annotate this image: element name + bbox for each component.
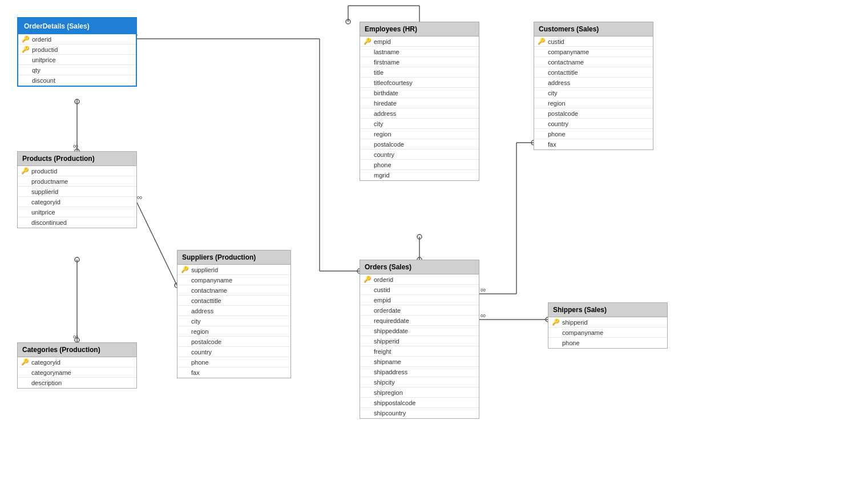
table-row: 🔑orderid [18, 34, 136, 45]
table-row: shipcountry [360, 408, 479, 418]
table-row: 🔑orderid [360, 274, 479, 285]
svg-text:∞: ∞ [481, 311, 486, 320]
field-name: custid [374, 286, 390, 293]
table-row: shippostalcode [360, 398, 479, 408]
table-row: categoryname [18, 367, 136, 378]
field-name: categoryid [31, 199, 60, 205]
table-row: 🔑productid [18, 166, 136, 176]
table-shippers: Shippers (Sales)🔑shipperidcompanynamepho… [548, 302, 668, 349]
table-row: country [360, 149, 479, 160]
field-name: supplierid [31, 188, 58, 195]
table-body-orderDetails: 🔑orderid🔑productidunitpriceqtydiscount [18, 34, 136, 86]
table-header-employees: Employees (HR) [360, 22, 479, 37]
field-name: supplierid [191, 266, 218, 273]
table-row: shipperid [360, 336, 479, 346]
field-name: orderdate [374, 307, 401, 314]
field-name: country [548, 120, 568, 127]
key-icon: 🔑 [181, 266, 189, 273]
table-row: 🔑supplierid [177, 265, 290, 275]
table-header-products: Products (Production) [18, 152, 136, 166]
field-name: productname [31, 178, 68, 185]
table-body-products: 🔑productidproductnamesupplieridcategoryi… [18, 166, 136, 228]
field-name: companyname [562, 329, 603, 336]
field-name: shipaddress [374, 369, 407, 375]
table-row: country [534, 119, 653, 129]
field-name: postalcode [548, 110, 578, 117]
table-row: region [177, 326, 290, 337]
field-name: shipregion [374, 389, 403, 396]
field-name: productid [31, 168, 57, 175]
table-row: unitprice [18, 55, 136, 65]
table-row: custid [360, 285, 479, 295]
field-name: categoryid [31, 359, 60, 366]
table-categories: Categories (Production)🔑categoryidcatego… [17, 342, 137, 389]
field-name: city [548, 90, 558, 96]
field-name: fax [548, 141, 556, 148]
table-row: orderdate [360, 305, 479, 316]
table-row: contacttitle [534, 67, 653, 78]
table-row: country [177, 347, 290, 357]
field-name: phone [191, 359, 209, 366]
table-row: discount [18, 75, 136, 86]
table-row: birthdate [360, 88, 479, 98]
field-name: shippostalcode [374, 399, 415, 406]
table-row: shipcity [360, 377, 479, 387]
field-name: address [548, 79, 570, 86]
table-row: phone [177, 357, 290, 367]
field-name: shipcity [374, 379, 395, 386]
field-name: phone [548, 131, 566, 138]
table-body-categories: 🔑categoryidcategorynamedescription [18, 357, 136, 388]
table-row: mgrid [360, 170, 479, 180]
table-row: phone [534, 129, 653, 139]
table-header-categories: Categories (Production) [18, 343, 136, 357]
svg-point-19 [346, 19, 350, 24]
table-body-employees: 🔑empidlastnamefirstnametitletitleofcourt… [360, 37, 479, 180]
svg-text:∞: ∞ [73, 332, 78, 341]
field-name: custid [548, 38, 564, 45]
key-icon: 🔑 [364, 276, 372, 283]
field-name: orderid [32, 36, 51, 43]
field-name: empid [374, 297, 391, 304]
field-name: description [31, 379, 62, 386]
table-row: address [177, 306, 290, 316]
svg-text:∞: ∞ [73, 142, 78, 150]
field-name: region [191, 328, 209, 335]
table-row: postalcode [177, 337, 290, 347]
svg-point-3 [75, 99, 79, 104]
table-row: companyname [177, 275, 290, 285]
table-suppliers: Suppliers (Production)🔑supplieridcompany… [177, 250, 291, 378]
diagram-canvas: ∞ ∞ ∞ ∞ ∞ ∞ [0, 0, 868, 493]
field-name: titleofcourtesy [374, 79, 413, 86]
table-row: empid [360, 295, 479, 305]
table-row: region [360, 129, 479, 139]
field-name: city [191, 318, 201, 325]
key-icon: 🔑 [22, 35, 30, 43]
field-name: region [374, 131, 391, 138]
table-row: postalcode [534, 108, 653, 119]
table-row: phone [548, 338, 667, 348]
field-name: unitprice [32, 56, 56, 63]
field-name: discount [32, 77, 55, 84]
table-body-orders: 🔑orderidcustidempidorderdaterequireddate… [360, 274, 479, 418]
table-row: discontinued [18, 217, 136, 228]
table-row: city [534, 88, 653, 98]
table-row: companyname [548, 328, 667, 338]
field-name: companyname [548, 49, 589, 55]
field-name: freight [374, 348, 391, 355]
field-name: productid [32, 46, 58, 53]
key-icon: 🔑 [22, 46, 30, 53]
table-header-customers: Customers (Sales) [534, 22, 653, 37]
table-row: title [360, 67, 479, 78]
key-icon: 🔑 [364, 38, 372, 45]
table-row: postalcode [360, 139, 479, 149]
table-row: productname [18, 176, 136, 187]
field-name: mgrid [374, 172, 390, 179]
table-row: lastname [360, 47, 479, 57]
table-row: fax [534, 139, 653, 149]
table-row: titleofcourtesy [360, 78, 479, 88]
field-name: shipperid [562, 319, 588, 326]
key-icon: 🔑 [21, 167, 29, 175]
table-row: shipaddress [360, 367, 479, 377]
field-name: shipcountry [374, 410, 406, 417]
field-name: firstname [374, 59, 399, 66]
